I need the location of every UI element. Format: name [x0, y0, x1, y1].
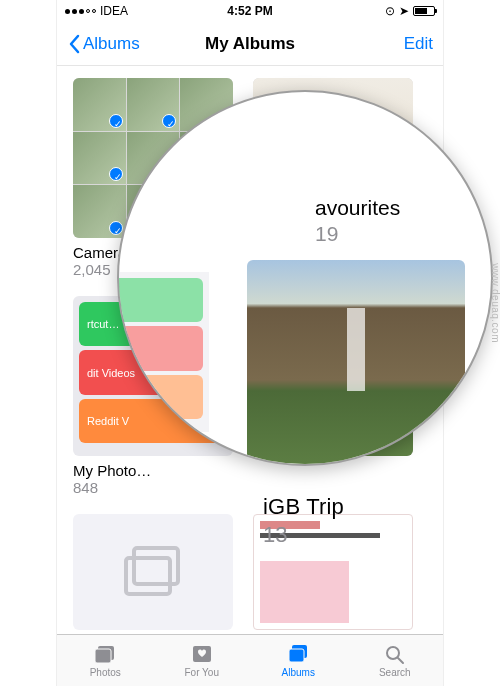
- magnified-favourites-name: avourites: [315, 196, 400, 220]
- for-you-icon: [189, 643, 215, 665]
- tab-for-you[interactable]: For You: [154, 635, 251, 686]
- tab-search[interactable]: Search: [347, 635, 444, 686]
- magnified-favourites-count: 19: [315, 222, 338, 246]
- tab-label: Search: [379, 667, 411, 678]
- svg-rect-3: [95, 649, 111, 663]
- clock: 4:52 PM: [227, 4, 272, 18]
- magnified-igb-name: iGB Trip: [263, 494, 344, 520]
- back-button[interactable]: Albums: [67, 34, 140, 54]
- svg-point-7: [387, 647, 399, 659]
- albums-icon: [285, 643, 311, 665]
- magnifier-overlay: avourites 19: [117, 90, 493, 466]
- tab-albums[interactable]: Albums: [250, 635, 347, 686]
- photos-icon: [92, 643, 118, 665]
- tab-photos[interactable]: Photos: [57, 635, 154, 686]
- album-placeholder[interactable]: [73, 514, 233, 630]
- svg-line-8: [398, 658, 403, 663]
- back-label: Albums: [83, 34, 140, 54]
- magnified-igb-count: 13: [263, 522, 287, 548]
- navigation-bar: Albums My Albums Edit: [57, 22, 443, 66]
- chevron-left-icon: [67, 34, 81, 54]
- carrier-label: IDEA: [100, 4, 128, 18]
- location-icon: ➤: [399, 4, 409, 18]
- album-name: My Photo…: [73, 462, 233, 479]
- watermark: www.deuaq.com: [491, 263, 501, 343]
- signal-strength-icon: [65, 9, 96, 14]
- phone-screen: IDEA 4:52 PM ⊙ ➤ Albums My Albums Edit: [57, 0, 443, 686]
- alarm-icon: ⊙: [385, 4, 395, 18]
- tab-label: Photos: [90, 667, 121, 678]
- search-icon: [382, 643, 408, 665]
- battery-icon: [413, 6, 435, 16]
- tab-bar: Photos For You Albums Search: [57, 634, 443, 686]
- album-count: 848: [73, 479, 233, 496]
- svg-rect-6: [289, 649, 304, 662]
- status-bar: IDEA 4:52 PM ⊙ ➤: [57, 0, 443, 22]
- stack-icon: [73, 514, 233, 630]
- page-title: My Albums: [205, 34, 295, 54]
- edit-button[interactable]: Edit: [404, 34, 433, 54]
- tab-label: Albums: [282, 667, 315, 678]
- tab-label: For You: [185, 667, 219, 678]
